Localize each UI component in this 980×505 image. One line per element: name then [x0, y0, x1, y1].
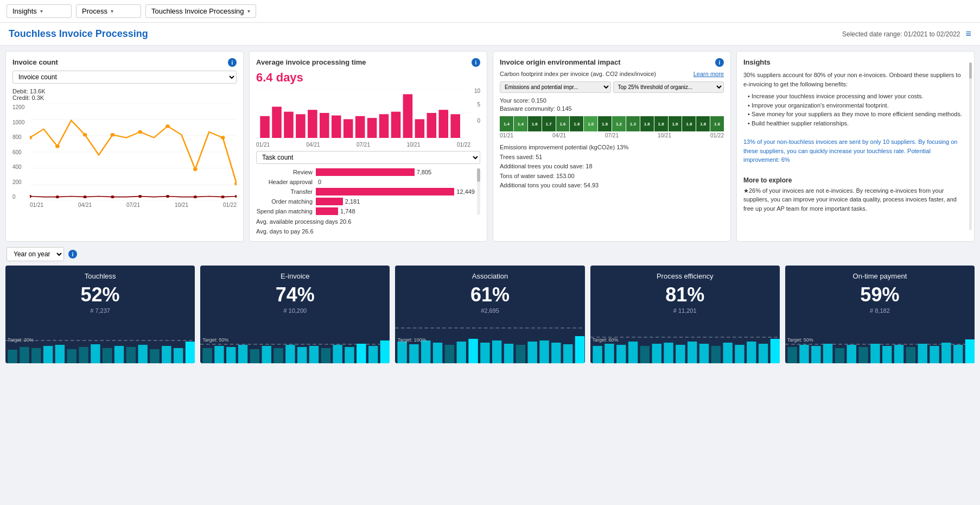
process-efficiency-label: Process efficiency — [597, 272, 773, 280]
page-title: Touchless Invoice Processing — [9, 28, 148, 40]
heatmap-cell-7: 1.0 — [584, 116, 597, 131]
ontime-payment-chart: Target: 50% — [785, 325, 975, 363]
svg-rect-95 — [575, 336, 584, 363]
association-percent: 61% — [402, 283, 578, 306]
svg-rect-98 — [604, 344, 614, 363]
insights-dropdown[interactable]: Insights ▾ — [7, 4, 72, 18]
learn-more-link[interactable]: Learn more — [693, 71, 724, 77]
insights-scrollbar[interactable] — [969, 62, 972, 230]
invoice-count-chart: 120010008006004002000 — [12, 103, 237, 201]
svg-rect-129 — [965, 339, 975, 363]
process-dropdown[interactable]: Process ▾ — [76, 4, 141, 18]
additional-trees: Additional trees you could save: 18 — [500, 162, 724, 172]
svg-rect-40 — [403, 94, 413, 138]
task-value-transfer: 12,449 — [456, 188, 475, 195]
svg-rect-109 — [735, 345, 744, 363]
svg-rect-32 — [308, 110, 317, 138]
task-row-review: Review 7,805 — [256, 168, 475, 176]
svg-rect-42 — [427, 113, 437, 138]
menu-icon[interactable]: ≡ — [965, 28, 971, 40]
svg-rect-75 — [345, 347, 354, 363]
ontime-payment-count: # 8,182 — [792, 307, 968, 314]
touchless-target: Target: 20% — [8, 337, 34, 343]
svg-rect-64 — [214, 346, 224, 363]
task-count-select[interactable]: Task count — [256, 151, 480, 164]
bullet1: • Increase your touchless invoice proces… — [748, 92, 968, 101]
svg-point-9 — [83, 133, 87, 136]
einvoice-target: Target: 50% — [202, 337, 228, 343]
x-label-4: 10/21 — [175, 202, 188, 208]
svg-rect-121 — [870, 344, 880, 363]
touchless-bars-svg — [5, 325, 195, 363]
svg-rect-44 — [450, 114, 460, 138]
invoice-count-x-labels: 01/21 04/21 07/21 10/21 01/22 — [30, 202, 237, 208]
svg-rect-80 — [398, 342, 407, 363]
svg-rect-71 — [297, 347, 307, 363]
invoice-count-select[interactable]: Invoice count — [12, 71, 237, 84]
svg-rect-43 — [438, 110, 448, 138]
task-bar-review — [316, 168, 415, 176]
heatmap-cell-5: 1.6 — [556, 116, 570, 131]
svg-rect-127 — [941, 343, 951, 363]
insights-title: Insights — [743, 58, 968, 66]
svg-rect-31 — [296, 114, 306, 138]
invoice-count-info[interactable]: i — [228, 58, 237, 67]
insights-panel: Insights 30% suppliers account for 80% o… — [736, 51, 975, 242]
process-dropdown-label: Process — [82, 7, 107, 15]
svg-point-14 — [221, 136, 225, 139]
einvoice-bars-svg — [200, 325, 390, 363]
svg-point-10 — [111, 133, 115, 136]
kpi-card-touchless: Touchless 52% # 7,237 — [5, 266, 195, 363]
year-on-year-select[interactable]: Year on year — [7, 247, 64, 261]
svg-rect-105 — [688, 342, 697, 363]
tons-water: Tons of water saved: 153.00 — [500, 172, 724, 181]
svg-rect-63 — [203, 348, 212, 363]
env-select2[interactable]: Top 25% threshold of organiz... — [613, 81, 724, 93]
invoice-line-svg — [30, 103, 237, 201]
svg-rect-87 — [481, 343, 490, 363]
svg-point-16 — [30, 195, 31, 198]
heatmap-cell-9: 1.2 — [612, 116, 626, 131]
ontime-payment-percent: 59% — [792, 283, 968, 306]
einvoice-label: E-invoice — [207, 272, 383, 280]
process-efficiency-count: # 11,201 — [597, 307, 773, 314]
svg-rect-94 — [563, 344, 572, 363]
trees-saved: Trees saved: 51 — [500, 153, 724, 162]
task-count-section: Task count Review 7,805 Header approval — [256, 148, 480, 215]
report-dropdown[interactable]: Touchless Invoice Processing ▾ — [145, 4, 256, 18]
association-chart: Target: 100% — [395, 325, 584, 363]
svg-rect-65 — [226, 347, 236, 363]
svg-rect-117 — [823, 344, 832, 363]
debit-label: Debit: 13.6K — [12, 88, 237, 94]
task-value-header: 0 — [318, 179, 321, 185]
heatmap-cell-12: 1.8 — [654, 116, 668, 131]
avg-processing-info[interactable]: i — [472, 58, 480, 67]
heatmap-cell-13: 1.8 — [669, 116, 682, 131]
svg-rect-66 — [238, 345, 247, 363]
svg-rect-52 — [79, 347, 88, 363]
task-row-transfer: Transfer 12,449 — [256, 188, 475, 195]
env-select1[interactable]: Emissions and potential impr... — [500, 81, 611, 93]
svg-point-22 — [194, 195, 197, 198]
insights-dropdown-label: Insights — [12, 7, 37, 15]
svg-rect-115 — [799, 345, 809, 363]
einvoice-chart: Target: 50% — [200, 325, 390, 363]
task-value-review: 7,805 — [417, 169, 432, 175]
svg-rect-125 — [918, 344, 927, 363]
svg-rect-41 — [415, 119, 425, 138]
task-row-header: Header approval 0 — [256, 178, 475, 186]
svg-rect-119 — [847, 345, 856, 363]
yoy-info-icon[interactable]: i — [68, 250, 77, 258]
main-content: Invoice count i Invoice count Debit: 13.… — [0, 46, 980, 369]
env-info[interactable]: i — [715, 58, 724, 67]
heatmap-cell-6: 1.8 — [570, 116, 583, 131]
credit-label: Credit: 0.3K — [12, 94, 237, 101]
svg-rect-69 — [274, 348, 283, 363]
svg-rect-83 — [433, 343, 442, 363]
task-bars: Review 7,805 Header approval 0 — [256, 168, 480, 215]
association-target: Target: 100% — [397, 337, 426, 343]
svg-rect-76 — [357, 344, 366, 363]
heatmap-cell-14: 1.8 — [682, 116, 696, 131]
more-to-explore: More to explore — [743, 176, 968, 184]
svg-rect-36 — [355, 116, 365, 138]
